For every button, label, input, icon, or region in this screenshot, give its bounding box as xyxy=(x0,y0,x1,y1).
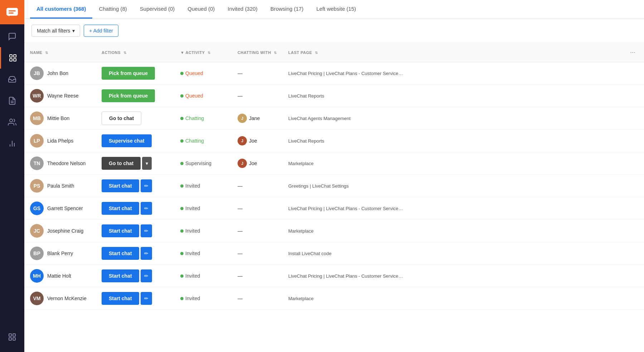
table-row: GS Garrett Spencer Start chat ✏ Invited … xyxy=(24,197,644,220)
status-label: Invited xyxy=(185,205,200,211)
no-agent: — xyxy=(238,251,243,256)
avatar: VM xyxy=(30,292,44,305)
action-cell: Start chat ✏ xyxy=(96,287,175,310)
logo[interactable] xyxy=(0,0,24,24)
status-label: Invited xyxy=(185,251,200,256)
customer-name: Garrett Spencer xyxy=(47,205,83,211)
sidebar-item-reports[interactable] xyxy=(0,90,24,111)
table-more-button[interactable]: ··· xyxy=(627,47,638,58)
activity-cell: Invited xyxy=(175,220,232,242)
tab-queued[interactable]: Queued (0) xyxy=(181,0,221,19)
more-options-button[interactable]: ▾ xyxy=(142,157,152,170)
chatting-agent: J Joe xyxy=(238,159,277,168)
sidebar-item-grid[interactable] xyxy=(0,326,24,348)
add-filter-button[interactable]: + Add filter xyxy=(84,25,118,37)
agent-avatar: J xyxy=(238,159,247,168)
customer-name-cell: TN Theodore Nelson xyxy=(24,152,96,175)
action-cell: Pick from queue xyxy=(96,85,175,107)
avatar: BP xyxy=(30,247,44,260)
avatar: MH xyxy=(30,269,44,283)
go-to-chat-button[interactable]: Go to chat xyxy=(102,111,141,125)
sort-icon-lastpage: ⇅ xyxy=(315,51,318,55)
edit-button[interactable]: ✏ xyxy=(141,179,152,192)
chatting-with-cell: — xyxy=(232,265,283,287)
sort-icon-actions: ⇅ xyxy=(123,51,127,55)
action-cell: Start chat ✏ xyxy=(96,197,175,220)
status-cell: Invited xyxy=(180,296,226,301)
status-label: Invited xyxy=(185,228,200,234)
no-agent: — xyxy=(238,205,243,211)
tab-all-customers[interactable]: All customers (368) xyxy=(30,0,92,19)
table-header-row: NAME ⇅ ACTIONS ⇅ ▼ ACTIVITY ⇅ CHATTING W… xyxy=(24,43,644,62)
last-page-cell: Greetings | LiveChat Settings xyxy=(283,175,621,197)
activity-cell: Queued xyxy=(175,85,232,107)
sidebar-item-customers[interactable] xyxy=(0,47,24,69)
sidebar-item-chat[interactable] xyxy=(0,26,24,47)
table-row: JC Josephine Craig Start chat ✏ Invited … xyxy=(24,220,644,242)
tab-browsing[interactable]: Browsing (17) xyxy=(264,0,310,19)
go-to-chat-dark-button[interactable]: Go to chat xyxy=(102,157,141,170)
sidebar-item-inbox[interactable] xyxy=(0,69,24,90)
svg-point-9 xyxy=(10,119,13,122)
status-cell: Invited xyxy=(180,251,226,256)
status-label: Invited xyxy=(185,273,200,279)
status-dot xyxy=(180,207,184,210)
match-filter-button[interactable]: Match all filters ▾ xyxy=(31,25,80,37)
last-page-cell: LiveChat Pricing | LiveChat Plans - Cust… xyxy=(283,197,621,220)
edit-button[interactable]: ✏ xyxy=(141,292,152,305)
sidebar-bottom xyxy=(0,326,24,348)
sidebar-item-analytics[interactable] xyxy=(0,133,24,154)
start-chat-button[interactable]: Start chat xyxy=(102,202,139,215)
status-cell: Queued xyxy=(180,93,226,99)
customer-name: Paula Smith xyxy=(47,183,74,189)
start-chat-button[interactable]: Start chat xyxy=(102,247,139,260)
edit-button[interactable]: ✏ xyxy=(141,247,152,260)
edit-button[interactable]: ✏ xyxy=(141,202,152,215)
col-header-lastpage: LAST PAGE ⇅ xyxy=(283,43,621,62)
status-dot xyxy=(180,229,184,233)
last-page-cell: Marketplace xyxy=(283,152,621,175)
table-row: TN Theodore Nelson Go to chat ▾ Supervis… xyxy=(24,152,644,175)
start-chat-button[interactable]: Start chat xyxy=(102,292,139,305)
row-extra-cell xyxy=(621,197,644,220)
status-dot xyxy=(180,139,184,143)
status-dot xyxy=(180,94,184,98)
tab-left[interactable]: Left website (15) xyxy=(310,0,362,19)
customer-cell: WR Wayne Reese xyxy=(30,89,90,103)
edit-button[interactable]: ✏ xyxy=(141,269,152,282)
col-header-activity: ▼ ACTIVITY ⇅ xyxy=(175,43,232,62)
status-dot xyxy=(180,72,184,75)
start-chat-button[interactable]: Start chat xyxy=(102,224,139,237)
svg-rect-1 xyxy=(9,10,16,11)
start-chat-button[interactable]: Start chat xyxy=(102,179,139,192)
customer-cell: PS Paula Smith xyxy=(30,179,90,193)
col-header-name: NAME ⇅ xyxy=(24,43,96,62)
tab-invited[interactable]: Invited (320) xyxy=(221,0,264,19)
supervise-chat-button[interactable]: Supervise chat xyxy=(102,134,152,147)
tab-supervised[interactable]: Supervised (0) xyxy=(133,0,181,19)
tab-chatting[interactable]: Chatting (8) xyxy=(92,0,133,19)
status-dot xyxy=(180,252,184,255)
status-cell: Queued xyxy=(180,70,226,76)
sidebar-item-team[interactable] xyxy=(0,111,24,133)
action-cell: Start chat ✏ xyxy=(96,265,175,287)
row-extra-cell xyxy=(621,265,644,287)
row-extra-cell xyxy=(621,152,644,175)
action-cell: Supervise chat xyxy=(96,130,175,152)
chatting-with-cell: — xyxy=(232,62,283,85)
start-chat-button[interactable]: Start chat xyxy=(102,269,139,282)
pick-from-queue-button[interactable]: Pick from queue xyxy=(102,89,155,102)
status-label: Queued xyxy=(185,70,203,76)
table-row: WR Wayne Reese Pick from queue Queued —L… xyxy=(24,85,644,107)
activity-cell: Chatting xyxy=(175,130,232,152)
customer-cell: JB John Bon xyxy=(30,66,90,80)
chatting-agent: J Jane xyxy=(238,114,277,123)
chatting-with-cell: J Joe xyxy=(232,130,283,152)
status-dot xyxy=(180,162,184,165)
tab-bar: All customers (368) Chatting (8) Supervi… xyxy=(24,0,644,19)
sort-icon-name: ⇅ xyxy=(45,51,48,55)
chatting-with-cell: J Jane xyxy=(232,107,283,130)
edit-button[interactable]: ✏ xyxy=(141,224,152,237)
pick-from-queue-button[interactable]: Pick from queue xyxy=(102,67,155,80)
status-label: Queued xyxy=(185,93,203,99)
